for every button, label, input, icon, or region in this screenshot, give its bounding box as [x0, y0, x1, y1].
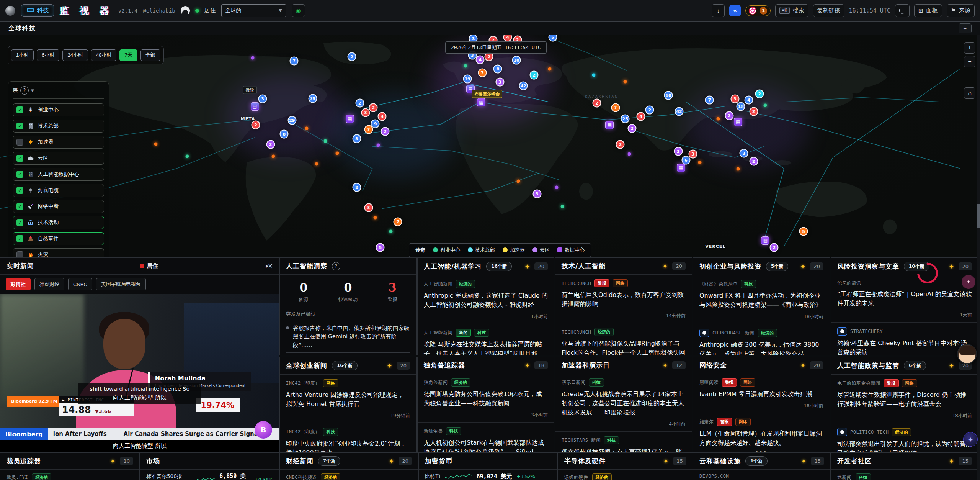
news-item[interactable]: 人工智能新闻 新的 科技 埃隆·马斯克在社交媒体上发表措辞严厉的帖子，抨击人本主…	[418, 324, 554, 355]
search-button[interactable]: ⌘K 搜索	[775, 4, 808, 17]
map-marker[interactable]: 3	[740, 149, 748, 157]
checkbox[interactable]	[16, 123, 23, 129]
map-marker[interactable]: 2	[628, 124, 637, 133]
map-marker[interactable]: 5	[799, 227, 808, 236]
map-marker[interactable]: ▦	[346, 115, 354, 123]
video-player[interactable]: Norah Mulinda Bloomberg Television Marke…	[0, 294, 279, 440]
map-marker[interactable]: 4	[503, 35, 512, 41]
map-marker[interactable]: 18	[737, 102, 745, 111]
map-marker[interactable]	[251, 56, 255, 59]
map-marker[interactable]: 5	[548, 35, 557, 41]
rewind-icon[interactable]: «	[729, 5, 741, 16]
checkbox[interactable]	[16, 139, 23, 146]
news-item[interactable]: 施奈尔 警报 网络 LLM（生命周期管理）在发现和利用零日漏洞方面变得越来越好、…	[693, 413, 830, 452]
sparkle-icon[interactable]: ✦	[524, 263, 530, 270]
layer-network-outages[interactable]: 网络中断	[13, 200, 104, 213]
map-marker[interactable]: 42	[675, 107, 684, 116]
map-marker[interactable]: 3	[495, 78, 504, 87]
sparkle-icon[interactable]: ✦	[800, 263, 805, 270]
status-button[interactable]: ◉	[292, 4, 305, 17]
map-marker[interactable]: 4	[378, 112, 387, 121]
map-marker[interactable]: 7	[364, 125, 373, 134]
news-item[interactable]: 独角兽新闻 经济的 德国斯塔克防务公司估值突破10亿欧元，成为独角兽企业——科技…	[418, 374, 554, 423]
sparkle-icon[interactable]: ✦	[663, 457, 668, 465]
insight-bullet[interactable]: 谷歌报告称，来自中国、俄罗斯和伊朗的国家级黑客正在使用 Gemini 进行攻击的…	[286, 321, 410, 352]
sparkle-icon[interactable]: ✦	[110, 457, 115, 465]
map-marker[interactable]: 8	[280, 129, 289, 138]
news-item[interactable]: STRATECHERY 约翰·科里森在 Cheeky Pint 播客节目中对本·…	[831, 323, 978, 355]
checkbox[interactable]	[16, 106, 23, 113]
news-item[interactable]: 人工智能新闻 经济的 Anthropic 完成融资：这家打造了 Claude 的…	[418, 275, 554, 324]
map-marker[interactable]	[548, 67, 552, 71]
news-item[interactable]: 电子前沿基金会新闻 警报 网络 尽管近期发生数据泄露事件，Discord 仍主动…	[831, 375, 978, 423]
filter-6h[interactable]: 6小时	[37, 49, 59, 61]
layer-tech-hq[interactable]: 技术总部	[13, 120, 104, 133]
map-marker[interactable]	[377, 143, 380, 147]
news-item[interactable]: INC42（印度） 科技 印度中央政府批准“创业印度基金2.0”计划，拨款100…	[280, 423, 416, 452]
checkbox[interactable]	[16, 251, 23, 257]
map-marker[interactable]: 3	[731, 95, 740, 103]
news-item[interactable]: 《财富》条款清单 科技 Onward FX 将于四月举办活动，为初创企业与风险投…	[693, 275, 830, 324]
sparkle-icon[interactable]: ✦	[800, 362, 805, 369]
news-item[interactable]: CRUNCHBASE 新闻 经济的 Anthropic 融资 300 亿美元，估…	[693, 324, 830, 355]
layer-accelerators[interactable]: 加速器	[13, 136, 104, 149]
map-marker[interactable]: 2	[770, 243, 779, 252]
map-marker[interactable]: 3	[361, 108, 370, 117]
news-item[interactable]: TECHCRUNCH 警报 网络 荷兰电信巨头Odido表示，数百万客户受到数据…	[555, 275, 692, 323]
floating-avatar-pink[interactable]: ✦	[962, 275, 975, 289]
checkbox[interactable]	[16, 171, 23, 178]
notification-pill[interactable]: 1	[745, 5, 771, 16]
news-item[interactable]: TECHSTARS 新闻 科技 俄亥俄州科技新闻：有大亨豪掷1亿美元，赌哥伦布能…	[555, 432, 692, 452]
download-button[interactable]: ↓	[712, 4, 725, 17]
map-marker[interactable]	[305, 127, 309, 130]
scrollbar-thumb[interactable]	[977, 204, 980, 228]
tab-tech[interactable]: 科技	[21, 4, 54, 17]
news-item[interactable]: INC42（印度） 网络 Artha Venture 因涉嫌违反公司治理规定，拟…	[280, 375, 416, 423]
map-marker[interactable]	[698, 161, 701, 164]
map-marker[interactable]: 2	[674, 147, 683, 156]
map-marker[interactable]: 10	[664, 91, 673, 100]
copy-link-button[interactable]: 复制链接	[813, 4, 844, 17]
map-marker[interactable]: ▦	[734, 118, 742, 126]
layer-startup-hubs[interactable]: 创业中心	[13, 103, 104, 116]
map-marker[interactable]: 19	[463, 75, 472, 84]
map-marker[interactable]	[561, 205, 564, 208]
map-marker[interactable]: 3	[364, 203, 373, 212]
layer-natural-events[interactable]: 自然事件	[13, 232, 104, 245]
more-indicator[interactable]: •••	[699, 449, 823, 452]
news-item[interactable]: TECHCRUNCH 经济的 亚马逊旗下的智能摄像头品牌Ring取消了与Floc…	[555, 323, 692, 355]
map-marker[interactable]	[736, 167, 740, 170]
map-marker[interactable]	[555, 186, 559, 189]
app-logo-icon[interactable]	[5, 6, 15, 16]
map-marker[interactable]: 2	[749, 157, 758, 165]
map-label[interactable]: KAZAKHSTAN	[585, 94, 618, 98]
checkbox[interactable]	[16, 187, 23, 194]
map-marker[interactable]: 79	[308, 94, 317, 103]
map-marker[interactable]	[592, 74, 596, 77]
map-marker[interactable]: 10	[512, 56, 521, 64]
map-marker[interactable]: 3	[352, 134, 361, 143]
map-marker[interactable]: 7	[394, 218, 402, 226]
map-marker[interactable]: 25	[621, 115, 630, 123]
layer-tech-events[interactable]: 技术活动	[13, 216, 104, 229]
filter-48h[interactable]: 48小时	[91, 49, 116, 61]
map-marker[interactable]: 3	[258, 95, 267, 103]
map-marker[interactable]: 7	[478, 69, 487, 77]
channel-bloomberg[interactable]: 彭博社	[6, 278, 31, 290]
map-marker[interactable]: 2	[725, 111, 733, 120]
map-marker[interactable]: ▦	[761, 236, 769, 245]
sources-button[interactable]: ⚑来源	[947, 4, 975, 17]
sparkle-icon[interactable]: ✦	[524, 362, 530, 369]
chevron-down-icon[interactable]: ▼	[31, 88, 34, 93]
map-marker[interactable]	[335, 151, 339, 155]
help-icon[interactable]: ?	[20, 86, 29, 95]
floating-avatar-sparkle[interactable]: ✦	[963, 432, 978, 447]
map-marker[interactable]	[323, 139, 327, 143]
map-marker[interactable]: 7	[611, 103, 620, 112]
author-handle[interactable]: @eliehabib	[143, 8, 175, 14]
map-marker[interactable]: 2	[355, 99, 364, 108]
channel-cnbc[interactable]: CNBC	[68, 278, 92, 290]
map-marker[interactable]: 3	[688, 149, 697, 158]
map-marker[interactable]	[627, 152, 631, 156]
page-scrollbar[interactable]	[977, 35, 980, 480]
